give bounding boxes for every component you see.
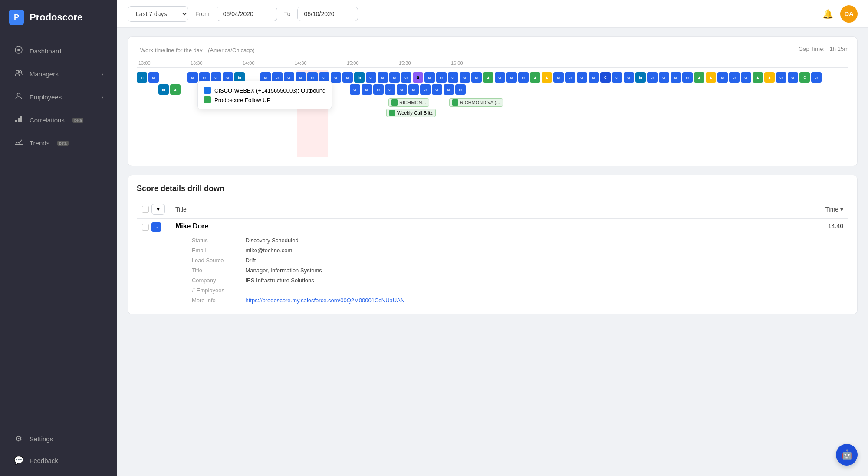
tick-1500: 15:00 (345, 60, 397, 66)
tblock-cr-29[interactable]: cr (589, 72, 599, 83)
tblock-cr-15[interactable]: cr (378, 72, 388, 83)
tblock-cr-42[interactable]: cr (811, 72, 822, 83)
drill-table-header: ▼ Title Time ▾ (137, 200, 848, 218)
tblock-cr-47[interactable]: cr (362, 84, 372, 95)
tblock-cr-38[interactable]: cr (729, 72, 740, 83)
tblock-cr-55[interactable]: cr (455, 84, 466, 95)
tick-1430: 14:30 (293, 60, 345, 66)
main-area: Last 7 days Last 30 days Custom From To … (117, 0, 868, 476)
from-date-input[interactable] (217, 7, 277, 21)
detail-row-email: Email mike@techno.com (137, 245, 848, 255)
detail-cell-email: Email mike@techno.com (170, 245, 848, 255)
tblock-cr-1[interactable]: cr (148, 72, 159, 83)
tblock-cr-53[interactable]: cr (432, 84, 442, 95)
tblock-vi-1[interactable]: 📱 (413, 72, 423, 83)
tblock-cr-16[interactable]: cr (389, 72, 400, 83)
tblock-gd-6[interactable]: ▲ (170, 84, 181, 95)
tblock-cr-51[interactable]: cr (408, 84, 419, 95)
sidebar-item-feedback[interactable]: 💬 Feedback (3, 450, 114, 471)
tblock-cr-14[interactable]: cr (366, 72, 376, 83)
to-date-input[interactable] (297, 7, 358, 21)
date-range-select[interactable]: Last 7 days Last 30 days Custom (128, 6, 188, 22)
employees-arrow-icon: › (102, 94, 103, 100)
content-area: Gap Time: 1h 15m Work timeline for the d… (117, 28, 868, 476)
num-employees-label: # Employees (192, 287, 244, 294)
tblock-gd-5[interactable]: C (799, 72, 810, 83)
managers-label: Managers (30, 70, 59, 78)
tblock-cr-49[interactable]: cr (385, 84, 395, 95)
notification-bell-icon[interactable]: 🔔 (822, 9, 833, 19)
tblock-cr-12[interactable]: cr (331, 72, 341, 83)
tblock-cr-26[interactable]: cr (553, 72, 564, 83)
detail-row-lead-source: Lead Source Drift (137, 255, 848, 265)
tblock-cr-24[interactable]: cr (506, 72, 517, 83)
sidebar-item-dashboard[interactable]: Dashboard (3, 40, 114, 62)
select-all-checkbox[interactable] (142, 206, 149, 213)
tblock-cr-27[interactable]: cr (565, 72, 575, 83)
tblock-cr-39[interactable]: cr (741, 72, 751, 83)
tblock-li-3[interactable]: in (354, 72, 365, 83)
sidebar-item-employees[interactable]: Employees › (3, 86, 114, 108)
tblock-gd2-2[interactable]: ▲ (706, 72, 716, 83)
more-info-link[interactable]: https://prodoscore.my.salesforce.com/00Q… (246, 297, 405, 304)
tblock-li-5[interactable]: in (158, 84, 169, 95)
more-info-label: More Info (192, 297, 244, 304)
detail-row-more-info: More Info https://prodoscore.my.salesfor… (137, 295, 848, 305)
tblock-cr-48[interactable]: cr (373, 84, 384, 95)
tblock-cr-41[interactable]: cr (788, 72, 798, 83)
tblock-gd2-3[interactable]: ▲ (764, 72, 775, 83)
tblock-gd2-1[interactable]: ▲ (542, 72, 552, 83)
tblock-cr-25[interactable]: cr (518, 72, 529, 83)
tblock-cr-19[interactable]: cr (436, 72, 447, 83)
svg-point-2 (16, 70, 19, 73)
tblock-cr-36[interactable]: cr (682, 72, 693, 83)
user-avatar[interactable]: DA (840, 5, 858, 23)
tblock-cr-40[interactable]: cr (776, 72, 786, 83)
tblock-cr-18[interactable]: cr (424, 72, 435, 83)
row-checkbox[interactable] (142, 224, 149, 231)
tblock-cr-21[interactable]: cr (460, 72, 470, 83)
tblock-gd-3[interactable]: ▲ (694, 72, 704, 83)
tblock-cr-20[interactable]: cr (448, 72, 458, 83)
prodoscore-follow-icon (204, 96, 211, 103)
sidebar-item-settings[interactable]: ⚙ Settings (3, 428, 114, 449)
tblock-cr-54[interactable]: cr (444, 84, 454, 95)
tblock-cr-2[interactable]: cr (187, 72, 198, 83)
tblock-cr-33[interactable]: cr (647, 72, 658, 83)
sidebar-item-correlations[interactable]: Correlations beta (3, 109, 114, 131)
settings-icon: ⚙ (14, 434, 23, 443)
tblock-cr-28[interactable]: cr (577, 72, 587, 83)
sidebar-item-managers[interactable]: Managers › (3, 63, 114, 85)
tblock-cr-22[interactable]: cr (471, 72, 482, 83)
filter-button[interactable]: ▼ (151, 204, 165, 215)
tblock-li-1[interactable]: in (137, 72, 147, 83)
tblock-gd-2[interactable]: ▲ (530, 72, 540, 83)
tblock-cr-37[interactable]: cr (717, 72, 728, 83)
chatbot-button[interactable]: 🤖 (836, 444, 858, 466)
drill-table-body: cr Mike Dore 14:40 Status Discove (137, 218, 848, 305)
detail-cell-lead-source: Lead Source Drift (170, 255, 848, 265)
header: Last 7 days Last 30 days Custom From To … (117, 0, 868, 28)
tblock-cr-35[interactable]: cr (671, 72, 681, 83)
tblock-cr-52[interactable]: cr (420, 84, 431, 95)
title-col-header: Title (170, 200, 581, 218)
tblock-cr-32[interactable]: cr (624, 72, 634, 83)
tblock-cr-46[interactable]: cr (350, 84, 360, 95)
tblock-cr-50[interactable]: cr (397, 84, 407, 95)
sidebar-item-trends[interactable]: Trends beta (3, 132, 114, 154)
tblock-gd-1[interactable]: ▲ (483, 72, 493, 83)
time-col-header[interactable]: Time ▾ (581, 200, 848, 218)
svg-rect-6 (18, 118, 20, 122)
managers-icon (14, 69, 23, 79)
detail-cell-employees: # Employees - (170, 285, 848, 295)
tblock-cr-13[interactable]: cr (342, 72, 353, 83)
tblock-cr-30[interactable]: C (600, 72, 611, 83)
trends-beta-badge: beta (57, 141, 69, 146)
tblock-cr-31[interactable]: cr (612, 72, 622, 83)
tblock-li-4[interactable]: in (635, 72, 646, 83)
tblock-gd-4[interactable]: ▲ (753, 72, 763, 83)
tblock-cr-17[interactable]: cr (401, 72, 411, 83)
tblock-cr-23[interactable]: cr (495, 72, 505, 83)
trends-label: Trends (30, 139, 49, 147)
tblock-cr-34[interactable]: cr (659, 72, 669, 83)
